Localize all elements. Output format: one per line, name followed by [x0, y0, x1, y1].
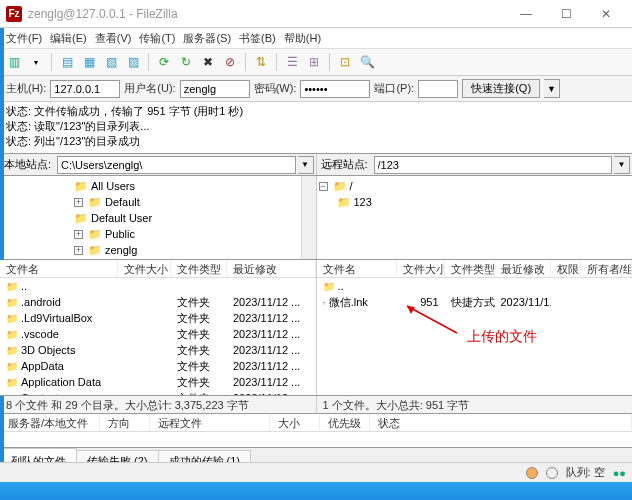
expand-icon[interactable]: + — [74, 246, 83, 255]
tree-node[interactable]: −📁/ — [319, 178, 631, 194]
close-button[interactable]: ✕ — [586, 7, 626, 21]
folder-icon: 📁 — [337, 196, 351, 209]
port-label: 端口(P): — [374, 81, 414, 96]
reconnect-icon[interactable]: ⇅ — [251, 52, 271, 72]
list-item[interactable]: 📁Contacts文件夹2023/11/12 ... — [0, 390, 316, 395]
list-item[interactable]: 📁AppData文件夹2023/11/12 ... — [0, 358, 316, 374]
col-name[interactable]: 文件名 — [0, 260, 118, 277]
qcol-status[interactable]: 状态 — [370, 414, 632, 431]
filter-icon[interactable]: ☰ — [282, 52, 302, 72]
pass-input[interactable] — [300, 80, 370, 98]
remote-tree[interactable]: −📁/ 📁123 — [317, 176, 633, 259]
toggle-log-icon[interactable]: ▤ — [57, 52, 77, 72]
menu-edit[interactable]: 编辑(E) — [50, 31, 87, 46]
tree-node[interactable]: 📁All Users — [2, 178, 314, 194]
col-name[interactable]: 文件名 — [317, 260, 397, 277]
toggle-remote-tree-icon[interactable]: ▧ — [101, 52, 121, 72]
quickconnect-button[interactable]: 快速连接(Q) — [462, 79, 540, 98]
tree-node[interactable]: +📁zenglg — [2, 242, 314, 258]
folder-icon: 📁 — [6, 281, 18, 292]
minimize-button[interactable]: — — [506, 7, 546, 21]
menubar: 文件(F) 编辑(E) 查看(V) 传输(T) 服务器(S) 书签(B) 帮助(… — [0, 28, 632, 48]
encryption-icon[interactable] — [526, 467, 538, 479]
expand-icon[interactable]: + — [74, 198, 83, 207]
cancel-icon[interactable]: ✖ — [198, 52, 218, 72]
col-type[interactable]: 文件类型 — [171, 260, 227, 277]
expand-icon[interactable]: + — [74, 230, 83, 239]
local-site-dropdown[interactable]: ▼ — [298, 156, 314, 174]
list-item[interactable]: 📁3D Objects文件夹2023/11/12 ... — [0, 342, 316, 358]
col-size[interactable]: 文件大小 — [397, 260, 445, 277]
local-site-input[interactable] — [57, 156, 295, 174]
remote-file-list[interactable]: 文件名 文件大小 文件类型 最近修改 权限 所有者/组 📁.. ▫微信.lnk9… — [317, 260, 633, 395]
list-item[interactable]: 📁.android文件夹2023/11/12 ... — [0, 294, 316, 310]
compare-icon[interactable]: ⊞ — [304, 52, 324, 72]
host-input[interactable] — [50, 80, 120, 98]
folder-icon: 📁 — [88, 196, 102, 209]
list-item[interactable]: 📁.. — [0, 278, 316, 294]
folder-icon: 📁 — [6, 345, 18, 356]
windows-taskbar[interactable] — [0, 482, 632, 500]
qcol-remote[interactable]: 远程文件 — [150, 414, 270, 431]
scrollbar[interactable] — [301, 176, 316, 259]
folder-icon: 📁 — [333, 180, 347, 193]
dropdown-icon[interactable]: ▾ — [26, 52, 46, 72]
tree-node[interactable]: 📁123 — [319, 194, 631, 210]
maximize-button[interactable]: ☐ — [546, 7, 586, 21]
quickconnect-dropdown[interactable]: ▼ — [544, 79, 560, 98]
list-item[interactable]: 📁.Ld9VirtualBox文件夹2023/11/12 ... — [0, 310, 316, 326]
remote-list-header: 文件名 文件大小 文件类型 最近修改 权限 所有者/组 — [317, 260, 633, 278]
user-input[interactable] — [180, 80, 250, 98]
disconnect-icon[interactable]: ⊘ — [220, 52, 240, 72]
qcol-size[interactable]: 大小 — [270, 414, 320, 431]
local-tree[interactable]: 📁All Users +📁Default 📁Default User +📁Pub… — [0, 176, 317, 259]
queue-body[interactable] — [0, 432, 632, 448]
col-mtime[interactable]: 最近修改 — [227, 260, 316, 277]
col-type[interactable]: 文件类型 — [445, 260, 495, 277]
tree-node[interactable]: +📁Default — [2, 194, 314, 210]
queue-status: 队列: 空 — [566, 465, 605, 480]
list-item[interactable]: 📁.vscode文件夹2023/11/12 ... — [0, 326, 316, 342]
qcol-dir[interactable]: 方向 — [100, 414, 150, 431]
qcol-prio[interactable]: 优先级 — [320, 414, 370, 431]
toggle-queue-icon[interactable]: ▨ — [123, 52, 143, 72]
port-input[interactable] — [418, 80, 458, 98]
list-item[interactable]: ▫微信.lnk951快捷方式2023/11/1... — [317, 294, 633, 310]
tree-node[interactable]: +📁Windows — [2, 258, 314, 259]
menu-help[interactable]: 帮助(H) — [284, 31, 321, 46]
message-log[interactable]: 状态: 文件传输成功，传输了 951 字节 (用时1 秒) 状态: 读取"/12… — [0, 102, 632, 154]
collapse-icon[interactable]: − — [319, 182, 328, 191]
local-file-list[interactable]: 文件名 文件大小 文件类型 最近修改 📁.. 📁.android文件夹2023/… — [0, 260, 317, 395]
menu-view[interactable]: 查看(V) — [95, 31, 132, 46]
folder-icon: 📁 — [6, 377, 18, 388]
refresh-icon[interactable]: ⟳ — [154, 52, 174, 72]
process-queue-icon[interactable]: ↻ — [176, 52, 196, 72]
folder-icon: 📁 — [6, 329, 18, 340]
local-status: 8 个文件 和 29 个目录。大小总计: 3,375,223 字节 — [0, 396, 317, 413]
tree-node[interactable]: +📁Public — [2, 226, 314, 242]
folder-icon: 📁 — [74, 180, 88, 193]
log-line: 状态: 读取"/123"的目录列表... — [6, 119, 626, 134]
menu-bookmarks[interactable]: 书签(B) — [239, 31, 276, 46]
folder-icon: 📁 — [323, 281, 335, 292]
menu-server[interactable]: 服务器(S) — [183, 31, 231, 46]
col-size[interactable]: 文件大小 — [118, 260, 171, 277]
remote-site-input[interactable] — [374, 156, 612, 174]
menu-file[interactable]: 文件(F) — [6, 31, 42, 46]
list-status-row: 8 个文件 和 29 个目录。大小总计: 3,375,223 字节 1 个文件。… — [0, 396, 632, 414]
tree-panes: 📁All Users +📁Default 📁Default User +📁Pub… — [0, 176, 632, 260]
tree-node[interactable]: 📁Default User — [2, 210, 314, 226]
list-item[interactable]: 📁Application Data文件夹2023/11/12 ... — [0, 374, 316, 390]
statusbar: 队列: 空 ●● — [0, 462, 632, 482]
qcol-server[interactable]: 服务器/本地文件 — [0, 414, 100, 431]
col-mtime[interactable]: 最近修改 — [495, 260, 551, 277]
col-perm[interactable]: 权限 — [551, 260, 581, 277]
find-icon[interactable]: 🔍 — [357, 52, 377, 72]
list-item[interactable]: 📁.. — [317, 278, 633, 294]
menu-transfer[interactable]: 传输(T) — [139, 31, 175, 46]
toggle-local-tree-icon[interactable]: ▦ — [79, 52, 99, 72]
col-owner[interactable]: 所有者/组 — [581, 260, 633, 277]
sync-browse-icon[interactable]: ⊡ — [335, 52, 355, 72]
remote-site-dropdown[interactable]: ▼ — [614, 156, 630, 174]
site-manager-icon[interactable]: ▥ — [4, 52, 24, 72]
